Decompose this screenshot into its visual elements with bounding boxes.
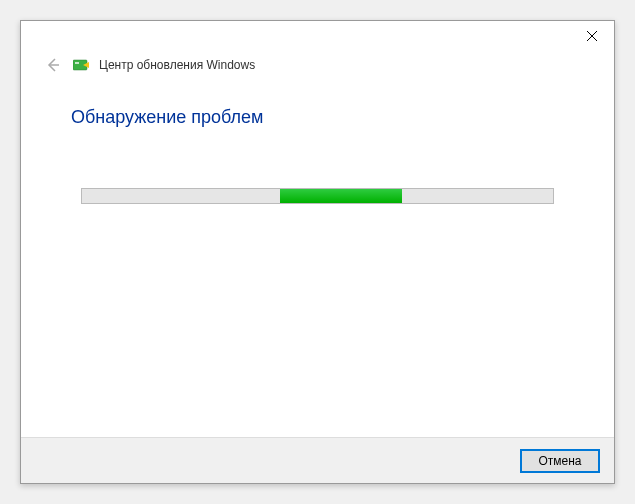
header: Центр обновления Windows xyxy=(21,53,614,87)
progress-segment xyxy=(280,189,402,203)
titlebar xyxy=(21,21,614,53)
back-button xyxy=(41,53,65,77)
close-button[interactable] xyxy=(569,21,614,51)
page-heading: Обнаружение проблем xyxy=(71,107,564,128)
svg-rect-4 xyxy=(75,62,79,64)
footer: Отмена xyxy=(21,437,614,483)
close-icon xyxy=(587,31,597,41)
header-title: Центр обновления Windows xyxy=(99,58,255,72)
progress-bar xyxy=(81,188,554,204)
cancel-button[interactable]: Отмена xyxy=(520,449,600,473)
troubleshooter-window: Центр обновления Windows Обнаружение про… xyxy=(20,20,615,484)
back-arrow-icon xyxy=(45,57,61,73)
update-icon xyxy=(73,58,91,72)
content: Обнаружение проблем xyxy=(21,87,614,437)
